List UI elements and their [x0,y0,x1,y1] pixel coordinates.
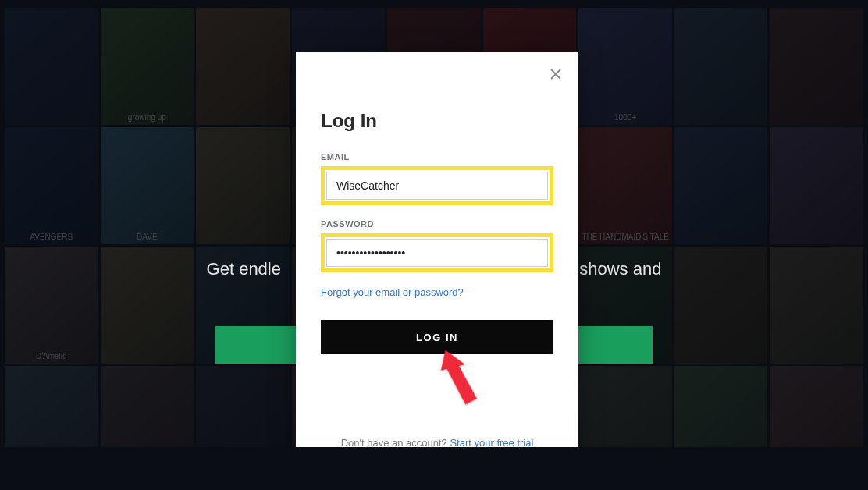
email-highlight-frame [321,166,553,205]
show-tile [196,127,290,244]
modal-title: Log In [321,110,553,132]
email-label: EMAIL [321,152,553,162]
close-icon [550,69,561,82]
password-label: PASSWORD [321,219,553,229]
close-button[interactable] [547,66,564,83]
password-highlight-frame [321,233,553,272]
bottom-band [0,447,868,490]
show-tile: THE HANDMAID'S TALE [578,127,672,244]
show-tile: DAVE [101,127,194,244]
show-tile: LITTLE [196,247,290,364]
show-tile: 1000+ [578,8,672,125]
password-field[interactable] [326,239,548,267]
login-button[interactable]: LOG IN [321,320,553,354]
show-tile [101,247,194,364]
show-tile [674,247,768,364]
show-tile [674,127,768,244]
forgot-link[interactable]: Forgot your email or password? [321,286,553,298]
show-tile [5,8,98,125]
show-tile [196,8,290,125]
show-tile [674,8,768,125]
show-tile [770,8,863,125]
show-tile [770,127,863,244]
show-tile [770,247,863,364]
login-modal: Log In EMAIL PASSWORD Forgot your email … [296,52,578,466]
show-tile: D'Amelio [5,247,98,364]
email-field[interactable] [326,172,548,200]
show-tile: growing up [101,8,194,125]
show-tile [578,247,672,364]
show-tile: AVENGERS [5,127,98,244]
